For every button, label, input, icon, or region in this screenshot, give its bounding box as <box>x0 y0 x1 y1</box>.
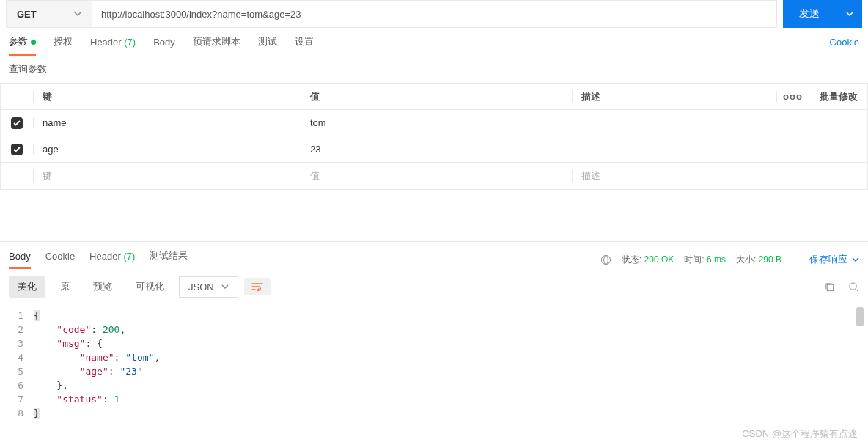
query-params-title: 查询参数 <box>0 56 868 83</box>
tab-authorization[interactable]: 授权 <box>54 35 73 56</box>
param-value-cell[interactable]: tom <box>301 117 572 128</box>
url-input[interactable] <box>92 0 777 28</box>
param-value-placeholder[interactable]: 值 <box>301 169 572 183</box>
response-tab-body[interactable]: Body <box>9 251 31 269</box>
scrollbar[interactable] <box>856 307 864 326</box>
check-icon <box>13 147 21 152</box>
svg-point-4 <box>850 282 856 289</box>
view-pretty-button[interactable]: 美化 <box>9 276 45 298</box>
method-value: GET <box>17 9 37 20</box>
response-tab-cookie[interactable]: Cookie <box>45 251 75 269</box>
tab-tests[interactable]: 测试 <box>258 35 277 56</box>
response-body[interactable]: 12345678 { "code": 200, "msg": { "name":… <box>0 304 868 424</box>
param-key-placeholder[interactable]: 键 <box>33 169 301 183</box>
row-checkbox[interactable] <box>11 144 23 155</box>
param-desc-placeholder[interactable]: 描述 <box>572 169 867 183</box>
tab-headers[interactable]: Header (7) <box>90 37 136 55</box>
more-options-button[interactable]: ooo <box>776 91 809 102</box>
param-value-cell[interactable]: 23 <box>301 144 572 155</box>
format-select[interactable]: JSON <box>179 276 238 298</box>
view-visualize-button[interactable]: 可视化 <box>127 276 173 298</box>
svg-line-5 <box>856 289 858 292</box>
wrap-icon <box>251 282 263 291</box>
wrap-lines-button[interactable] <box>244 278 271 295</box>
table-row: name tom <box>1 110 867 136</box>
globe-icon[interactable] <box>600 254 611 265</box>
column-description: 描述 <box>572 90 776 103</box>
column-value: 值 <box>301 90 572 103</box>
chevron-down-icon <box>221 284 229 289</box>
copy-icon[interactable] <box>824 282 835 293</box>
search-icon[interactable] <box>848 282 859 293</box>
param-key-cell[interactable]: name <box>33 117 301 128</box>
view-preview-button[interactable]: 预览 <box>84 276 121 298</box>
chevron-down-icon <box>74 12 81 16</box>
column-key: 键 <box>33 90 301 103</box>
response-status: 状态: 200 OK 时间: 6 ms 大小: 290 B <box>600 254 781 266</box>
send-button[interactable]: 发送 <box>783 0 836 28</box>
active-dot-icon <box>31 40 36 45</box>
row-checkbox[interactable] <box>11 117 23 129</box>
tab-body[interactable]: Body <box>153 37 175 55</box>
table-row-empty: 键 值 描述 <box>1 163 867 189</box>
view-raw-button[interactable]: 原 <box>51 276 78 298</box>
cookies-link[interactable]: Cookie <box>830 37 859 55</box>
table-row: age 23 <box>1 136 867 163</box>
params-table: 键 值 描述 ooo 批量修改 name tom age 23 键 值 描述 <box>0 83 868 190</box>
params-header-row: 键 值 描述 ooo 批量修改 <box>1 84 867 110</box>
param-key-cell[interactable]: age <box>33 144 301 155</box>
svg-rect-3 <box>827 284 833 290</box>
bulk-edit-button[interactable]: 批量修改 <box>809 90 867 103</box>
response-tab-headers[interactable]: Header (7) <box>89 251 135 269</box>
chevron-down-icon <box>846 12 853 16</box>
save-response-button[interactable]: 保存响应 <box>809 253 859 266</box>
tab-params[interactable]: 参数 <box>9 35 36 56</box>
code-content: { "code": 200, "msg": { "name": "tom", "… <box>34 309 868 420</box>
chevron-down-icon <box>852 257 859 262</box>
method-select[interactable]: GET <box>6 0 92 28</box>
tab-prerequest[interactable]: 预请求脚本 <box>193 35 240 56</box>
check-icon <box>13 120 21 126</box>
tab-settings[interactable]: 设置 <box>295 35 314 56</box>
line-gutter: 12345678 <box>0 309 34 420</box>
send-dropdown-button[interactable] <box>836 0 862 28</box>
response-tab-tests[interactable]: 测试结果 <box>150 249 188 270</box>
